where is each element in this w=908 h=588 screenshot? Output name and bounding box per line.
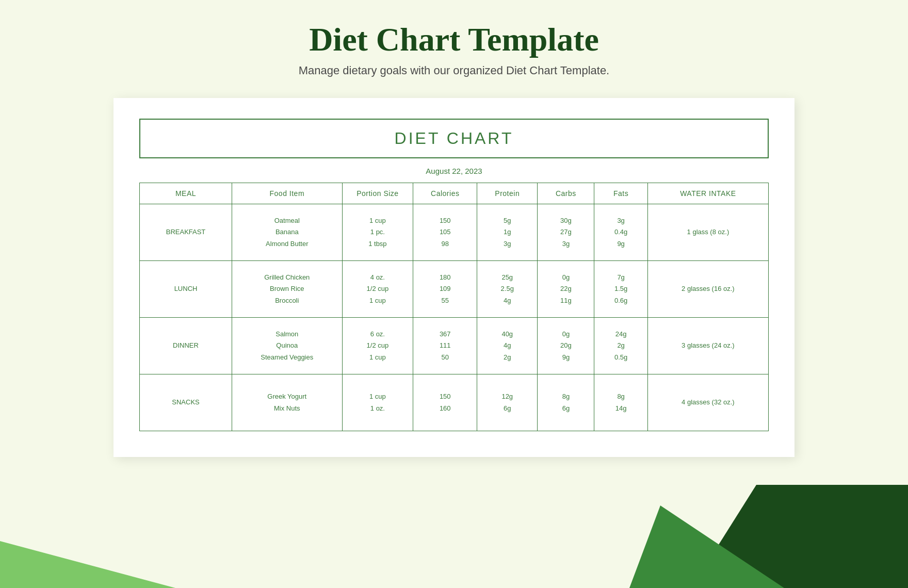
- chart-title-box: DIET CHART: [139, 119, 769, 158]
- chart-date: August 22, 2023: [139, 167, 769, 175]
- calories-values: 18010955: [413, 261, 477, 318]
- table-row: SNACKSGreek YogurtMix Nuts1 cup1 oz.1501…: [140, 374, 769, 431]
- fats-values: 8g14g: [594, 374, 647, 431]
- table-row: LUNCHGrilled ChickenBrown RiceBroccoli4 …: [140, 261, 769, 318]
- col-header-carbs: Carbs: [538, 183, 594, 204]
- background-decoration: [0, 485, 908, 588]
- chart-title: DIET CHART: [395, 129, 514, 148]
- food-items: Greek YogurtMix Nuts: [232, 374, 342, 431]
- portion-sizes: 6 oz.1/2 cup1 cup: [342, 318, 413, 374]
- portion-sizes: 1 cup1 pc.1 tbsp: [342, 204, 413, 261]
- meal-label: DINNER: [140, 318, 232, 374]
- water-intake: 2 glasses (16 oz.): [647, 261, 768, 318]
- page-subtitle: Manage dietary goals with our organized …: [0, 64, 908, 77]
- col-header-protein: Protein: [477, 183, 538, 204]
- col-header-meal: MEAL: [140, 183, 232, 204]
- portion-sizes: 1 cup1 oz.: [342, 374, 413, 431]
- food-items: OatmealBananaAlmond Butter: [232, 204, 342, 261]
- protein-values: 5g1g3g: [477, 204, 538, 261]
- protein-values: 25g2.5g4g: [477, 261, 538, 318]
- table-row: BREAKFASTOatmealBananaAlmond Butter1 cup…: [140, 204, 769, 261]
- table-row: DINNERSalmonQuinoaSteamed Veggies6 oz.1/…: [140, 318, 769, 374]
- carbs-values: 8g6g: [538, 374, 594, 431]
- carbs-values: 30g27g3g: [538, 204, 594, 261]
- bg-medium-green: [629, 505, 784, 588]
- bg-dark-green: [691, 485, 908, 588]
- carbs-values: 0g22g11g: [538, 261, 594, 318]
- meal-label: LUNCH: [140, 261, 232, 318]
- col-header-portion: Portion Size: [342, 183, 413, 204]
- col-header-calories: Calories: [413, 183, 477, 204]
- calories-values: 150160: [413, 374, 477, 431]
- protein-values: 40g4g2g: [477, 318, 538, 374]
- water-intake: 3 glasses (24 oz.): [647, 318, 768, 374]
- col-header-water: WATER INTAKE: [647, 183, 768, 204]
- diet-chart-card: DIET CHART August 22, 2023 MEAL Food Ite…: [113, 98, 794, 457]
- protein-values: 12g6g: [477, 374, 538, 431]
- col-header-food: Food Item: [232, 183, 342, 204]
- carbs-values: 0g20g9g: [538, 318, 594, 374]
- water-intake: 4 glasses (32 oz.): [647, 374, 768, 431]
- table-header-row: MEAL Food Item Portion Size Calories Pro…: [140, 183, 769, 204]
- fats-values: 7g1.5g0.6g: [594, 261, 647, 318]
- meal-label: SNACKS: [140, 374, 232, 431]
- water-intake: 1 glass (8 oz.): [647, 204, 768, 261]
- diet-table: MEAL Food Item Portion Size Calories Pro…: [139, 183, 769, 431]
- fats-values: 3g0.4g9g: [594, 204, 647, 261]
- portion-sizes: 4 oz.1/2 cup1 cup: [342, 261, 413, 318]
- calories-values: 36711150: [413, 318, 477, 374]
- fats-values: 24g2g0.5g: [594, 318, 647, 374]
- food-items: SalmonQuinoaSteamed Veggies: [232, 318, 342, 374]
- col-header-fats: Fats: [594, 183, 647, 204]
- bg-light-green: [0, 521, 175, 588]
- page-title: Diet Chart Template: [0, 21, 908, 59]
- food-items: Grilled ChickenBrown RiceBroccoli: [232, 261, 342, 318]
- calories-values: 15010598: [413, 204, 477, 261]
- meal-label: BREAKFAST: [140, 204, 232, 261]
